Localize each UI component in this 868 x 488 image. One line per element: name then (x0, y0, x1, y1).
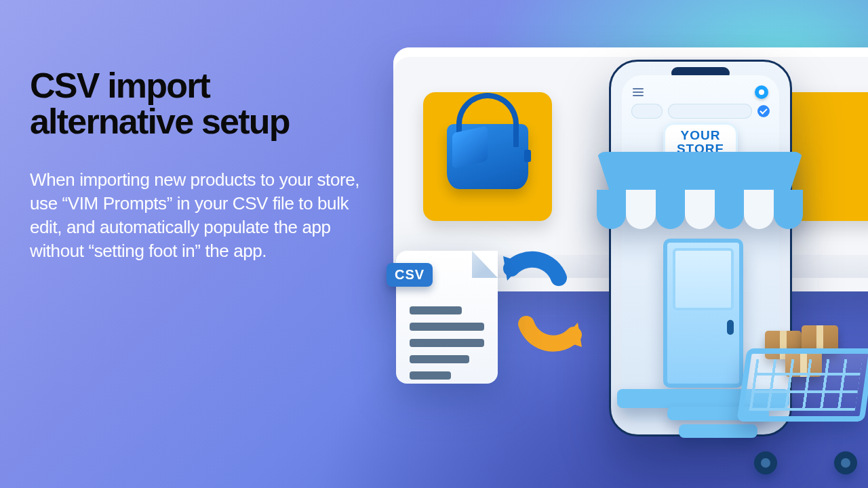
shopping-cart-icon (726, 325, 868, 474)
storefront-awning (597, 152, 803, 230)
location-pin-icon (755, 85, 768, 99)
hamburger-menu-icon (633, 88, 644, 96)
product-tile-handbag (423, 92, 552, 221)
filter-pill (631, 104, 663, 119)
sync-arrows-icon (498, 256, 593, 351)
headline-line-1: CSV import (30, 66, 210, 105)
subheading: When importing new products to your stor… (30, 168, 376, 263)
promo-slide: CSV import alternative setup When import… (0, 0, 868, 488)
handbag-icon (423, 92, 552, 221)
headline-line-2: alternative setup (30, 102, 290, 141)
search-pill (668, 104, 752, 119)
csv-file-icon: CSV (396, 251, 498, 384)
csv-badge: CSV (387, 263, 433, 287)
confirm-check-icon (757, 105, 770, 117)
csv-file-lines (410, 306, 484, 380)
headline: CSV import alternative setup (30, 68, 396, 140)
arrow-orange-icon (510, 277, 591, 358)
search-row (631, 104, 770, 119)
store-name-line-1: YOUR (681, 128, 721, 142)
